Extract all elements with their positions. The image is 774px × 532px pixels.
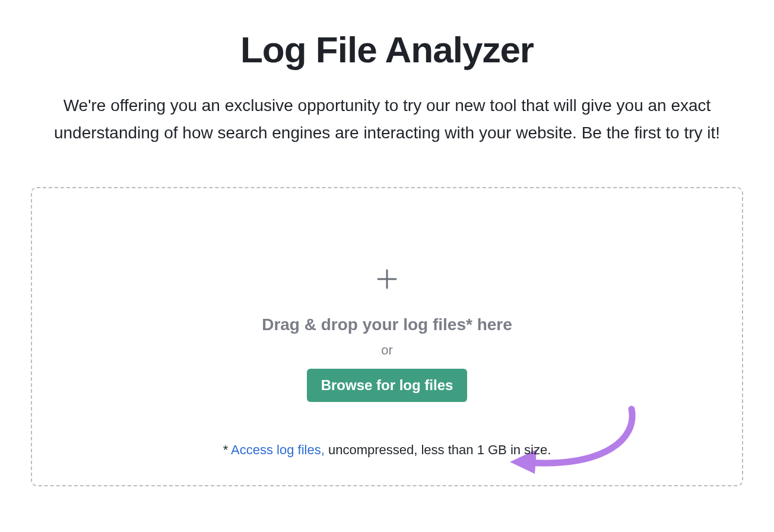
drag-drop-label: Drag & drop your log files* here (262, 315, 512, 334)
access-log-files-link[interactable]: Access log files, (231, 442, 325, 457)
dropzone-inner: Drag & drop your log files* here or Brow… (32, 269, 742, 402)
browse-files-button[interactable]: Browse for log files (307, 369, 468, 402)
footnote: * Access log files, uncompressed, less t… (32, 442, 742, 458)
main-container: Log File Analyzer We're offering you an … (0, 0, 774, 486)
page-title: Log File Analyzer (240, 28, 534, 71)
footnote-prefix: * (223, 442, 231, 457)
page-description: We're offering you an exclusive opportun… (46, 92, 728, 147)
or-label: or (381, 343, 393, 358)
file-dropzone[interactable]: Drag & drop your log files* here or Brow… (31, 187, 743, 486)
plus-icon (377, 269, 397, 292)
footnote-suffix: uncompressed, less than 1 GB in size. (325, 442, 551, 457)
